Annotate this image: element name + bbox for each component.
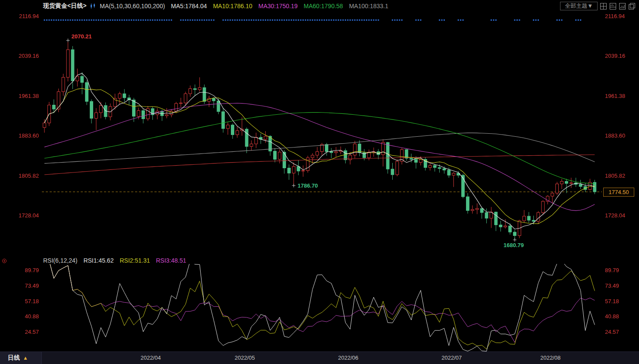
candle-up [452, 173, 455, 176]
event-marker-dot [93, 19, 94, 21]
candle-down [287, 168, 290, 173]
event-marker-dot [199, 19, 200, 21]
event-marker-dot [281, 19, 283, 21]
event-marker-dot [354, 19, 356, 21]
event-marker-dot [77, 19, 78, 21]
candle-up [353, 144, 356, 155]
price-axis-label: 2116.94 [19, 13, 39, 19]
event-marker-dot [236, 19, 238, 21]
event-marker-dot [373, 19, 375, 21]
rsi12-line [49, 261, 595, 349]
event-marker-dot [72, 19, 73, 21]
event-marker-dot [356, 19, 358, 21]
candle-up [165, 115, 168, 116]
candle-up [189, 88, 192, 94]
candle-up [428, 166, 431, 168]
event-marker-dot [533, 19, 534, 21]
event-marker-dot [119, 19, 120, 21]
candle-down [386, 142, 389, 169]
price-annotation: 2070.21 [72, 33, 92, 40]
rsi-header: RSI(6,12,24) RSI1:45.62 RSI2:51.31 RSI3:… [43, 257, 186, 264]
event-marker-dot [201, 19, 203, 21]
event-marker-dot [168, 19, 170, 21]
rsi-axis-label: 73.49 [25, 282, 39, 289]
layout-horizontal-split-icon[interactable] [609, 3, 617, 10]
ma30-value: MA30:1750.19 [258, 3, 298, 9]
layout-grid-icon[interactable] [600, 3, 607, 10]
theme-selector-button[interactable]: 全部主题▼ [560, 2, 598, 10]
event-marker-dot [117, 19, 118, 21]
event-marker-dot [114, 19, 116, 21]
candle-down [532, 220, 535, 221]
event-marker-dot [399, 19, 400, 21]
event-marker-dot [463, 19, 464, 21]
event-marker-dot [53, 19, 54, 21]
extreme-cross-marker [513, 238, 516, 242]
tab-up-arrow-icon: ▲ [23, 355, 28, 361]
event-marker-dot [253, 19, 255, 21]
event-marker-dot [124, 19, 125, 21]
chart-canvas[interactable]: 2070.211786.701680.792116.942116.942039.… [0, 0, 639, 364]
event-marker-dot [293, 19, 294, 21]
event-marker-dot [147, 19, 148, 21]
event-marker-dot [225, 19, 226, 21]
event-marker-dot [321, 19, 323, 21]
event-marker-dot [98, 19, 99, 21]
event-marker-dot [103, 19, 104, 21]
candle-down [203, 88, 206, 101]
event-marker-dot [171, 19, 172, 21]
rsi-panel-bullet-icon[interactable] [1, 258, 7, 264]
event-marker-dot [88, 19, 90, 21]
event-marker-dot [397, 19, 398, 21]
event-marker-dot [112, 19, 113, 21]
candle-up [334, 152, 337, 153]
event-marker-dot [211, 19, 212, 21]
event-marker-dot [140, 19, 142, 21]
chart-panel-icon[interactable] [619, 3, 626, 10]
event-marker-dot [63, 19, 64, 21]
new-window-icon[interactable] [628, 3, 636, 10]
event-marker-dot [394, 19, 396, 21]
event-marker-dot [416, 19, 417, 21]
event-marker-dot [185, 19, 186, 21]
candle-up [292, 166, 295, 173]
event-marker-dot [239, 19, 240, 21]
event-marker-dot [352, 19, 353, 21]
event-marker-dot [227, 19, 229, 21]
ma5-value: MA5:1784.04 [171, 3, 207, 9]
candle-down [494, 212, 497, 225]
candle-up [175, 104, 178, 111]
last-price-tag: 1774.50 [603, 188, 634, 197]
event-marker-dot [314, 19, 315, 21]
candle-down [325, 144, 328, 152]
event-marker-dot [340, 19, 341, 21]
timeframe-tab-daily[interactable]: 日线 ▲ [0, 352, 42, 364]
event-marker-dot [166, 19, 167, 21]
ma200-line [44, 155, 595, 175]
event-marker-dot [460, 19, 461, 21]
candle-down [71, 50, 74, 81]
rsi-chart-layer[interactable] [49, 261, 595, 351]
instrument-title: 现货黄金<日线> [43, 2, 86, 10]
rsi-axis-label: 89.79 [25, 267, 39, 273]
event-marker-dot [126, 19, 127, 21]
main-chart-layer[interactable] [42, 19, 602, 240]
candle-down [480, 208, 483, 213]
price-axis-label: 2039.16 [19, 53, 39, 59]
candle-up [560, 182, 563, 184]
event-marker-dot [131, 19, 132, 21]
event-marker-dot [366, 19, 367, 21]
candle-up [95, 113, 98, 118]
candle-up [66, 50, 69, 77]
event-marker-dot [516, 19, 518, 21]
rsi1-value: RSI1:45.62 [83, 257, 113, 264]
event-marker-dot [277, 19, 278, 21]
candle-up [311, 155, 314, 158]
event-marker-dot [283, 19, 285, 21]
event-marker-dot [208, 19, 210, 21]
rsi-axis-label: 24.57 [25, 329, 39, 335]
event-marker-dot [164, 19, 165, 21]
x-axis-label: 2022/08 [540, 355, 560, 361]
event-marker-dot [272, 19, 273, 21]
event-marker-dot [371, 19, 372, 21]
